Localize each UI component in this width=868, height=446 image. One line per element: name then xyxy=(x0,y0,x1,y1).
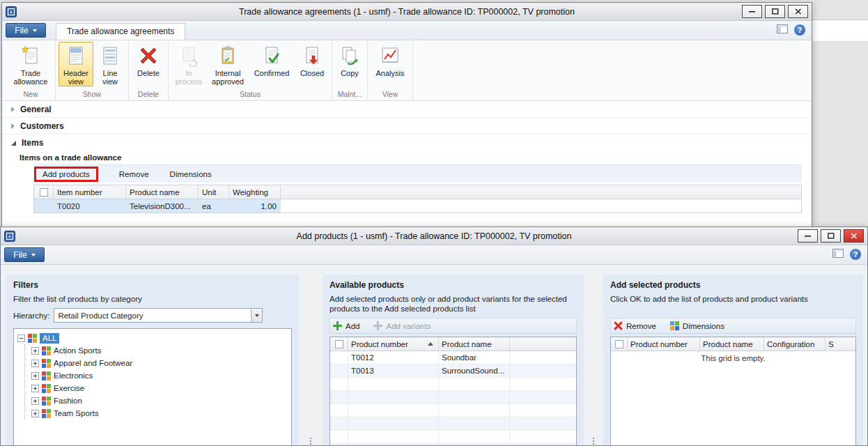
section-items[interactable]: Items xyxy=(2,134,812,151)
column-product-name[interactable]: Product name xyxy=(700,337,764,351)
column-product-number[interactable]: Product number xyxy=(348,337,439,351)
analysis-icon xyxy=(379,45,401,67)
category-tree: ALL Action Sports Apparel and Footwear xyxy=(13,328,292,446)
expand-expander-icon[interactable] xyxy=(31,397,39,405)
main-titlebar[interactable]: Trade allowance agreements (1 - usmf) - … xyxy=(2,3,812,21)
app-icon xyxy=(6,6,17,17)
layout-icon[interactable] xyxy=(832,249,844,260)
group-label-view: View xyxy=(371,89,410,100)
expand-expander-icon[interactable] xyxy=(31,385,39,392)
dropdown-button[interactable] xyxy=(251,309,262,322)
add-products-button[interactable]: Add products xyxy=(34,167,98,182)
selected-grid-header: Product number Product name Configuratio… xyxy=(611,337,855,351)
line-view-button[interactable]: Line view xyxy=(95,42,125,86)
tree-node-exercise[interactable]: Exercise xyxy=(31,382,291,394)
expand-expander-icon[interactable] xyxy=(31,372,39,380)
group-label-new: New xyxy=(9,89,52,100)
empty-row[interactable] xyxy=(330,431,576,444)
dimensions-icon xyxy=(670,321,679,330)
trade-allowance-button[interactable]: Trade allowance xyxy=(9,42,52,86)
empty-row[interactable] xyxy=(330,404,576,417)
dialog-titlebar[interactable]: Add products (1 - usmf) - Trade allowanc… xyxy=(1,227,867,245)
close-button[interactable] xyxy=(844,229,864,243)
empty-row[interactable] xyxy=(330,391,576,404)
help-icon[interactable]: ? xyxy=(794,24,805,36)
splitter-grip-icon xyxy=(593,436,594,446)
splitter-grip-icon xyxy=(310,436,311,446)
tree-node-electronics[interactable]: Electronics xyxy=(31,369,291,382)
column-unit[interactable]: Unit xyxy=(199,185,229,199)
dimensions-button[interactable]: Dimensions xyxy=(670,321,724,330)
dimensions-button[interactable]: Dimensions xyxy=(170,170,212,178)
add-variants-button: Add variants xyxy=(373,321,431,330)
collapse-expander-icon[interactable] xyxy=(17,334,25,342)
section-general[interactable]: General xyxy=(2,101,812,118)
delete-button[interactable]: Delete xyxy=(132,42,165,86)
available-grid-header: Product number Product name xyxy=(330,337,576,351)
file-menu-button[interactable]: File xyxy=(4,247,45,262)
minimize-button[interactable] xyxy=(742,5,762,18)
minimize-button[interactable] xyxy=(798,229,818,243)
column-size[interactable]: S xyxy=(826,337,855,351)
plus-icon xyxy=(333,321,342,330)
tab-trade-allowance-agreements[interactable]: Trade allowance agreements xyxy=(56,23,185,40)
tree-node-fashion[interactable]: Fashion xyxy=(31,394,291,407)
hierarchy-select[interactable]: Retail Product Category xyxy=(54,308,263,323)
selected-heading: Add selected products xyxy=(610,280,856,290)
column-product-number[interactable]: Product number xyxy=(628,337,700,351)
remove-button[interactable]: Remove xyxy=(614,321,656,330)
maximize-button[interactable] xyxy=(821,229,841,243)
group-label-show: Show xyxy=(59,89,125,100)
select-all-checkbox[interactable] xyxy=(330,337,348,351)
column-product-name[interactable]: Product name xyxy=(126,185,199,199)
column-configuration[interactable]: Configuration xyxy=(764,337,826,351)
internal-approved-button[interactable]: Internal approved xyxy=(208,42,248,86)
ribbon: Trade allowance New Header view Line vie… xyxy=(2,40,812,101)
tree-node-action-sports[interactable]: Action Sports xyxy=(31,344,291,357)
available-toolbar: Add Add variants xyxy=(330,318,577,334)
copy-button[interactable]: Copy xyxy=(335,42,364,86)
layout-icon[interactable] xyxy=(777,24,788,36)
expand-expander-icon[interactable] xyxy=(31,410,39,417)
expand-expander-icon[interactable] xyxy=(31,347,39,355)
select-all-checkbox[interactable] xyxy=(34,185,54,199)
section-customers[interactable]: Customers xyxy=(2,118,812,134)
table-row[interactable]: T0013 SurroundSound... xyxy=(330,364,576,378)
column-item-number[interactable]: Item number xyxy=(54,185,126,199)
tree-node-all[interactable]: ALL xyxy=(17,332,291,344)
panel-splitter[interactable] xyxy=(299,275,323,445)
panel-splitter[interactable] xyxy=(584,275,603,445)
add-selected-products-panel: Add selected products Click OK to add th… xyxy=(603,275,863,446)
category-icon xyxy=(42,409,51,418)
category-icon xyxy=(42,397,51,406)
confirmed-button[interactable]: Confirmed xyxy=(249,42,294,86)
file-menu-button[interactable]: File xyxy=(6,23,46,38)
available-heading: Available products xyxy=(330,280,577,290)
selected-toolbar: Remove Dimensions xyxy=(610,318,856,334)
close-button[interactable] xyxy=(788,5,808,18)
ribbon-group-new: Trade allowance New xyxy=(6,41,56,100)
table-row[interactable]: T0012 Soundbar xyxy=(330,351,576,364)
tree-node-apparel-and-footwear[interactable]: Apparel and Footwear xyxy=(31,357,291,369)
category-icon xyxy=(28,334,37,343)
checkbox-icon xyxy=(40,188,48,197)
add-button[interactable]: Add xyxy=(333,321,359,330)
empty-row[interactable] xyxy=(330,378,576,391)
header-view-button[interactable]: Header view xyxy=(59,42,93,86)
empty-row[interactable] xyxy=(330,417,576,431)
table-row[interactable]: T0020 TelevisionD300... ea 1.00 xyxy=(34,199,801,213)
remove-button[interactable]: Remove xyxy=(119,170,149,178)
expanded-triangle-icon xyxy=(11,141,16,146)
column-product-name[interactable]: Product name xyxy=(439,337,510,351)
closed-button[interactable]: Closed xyxy=(295,42,329,86)
selected-grid: Product number Product name Configuratio… xyxy=(610,337,856,446)
analysis-button[interactable]: Analysis xyxy=(371,42,410,86)
select-all-checkbox[interactable] xyxy=(611,337,628,351)
in-process-button: In process xyxy=(171,42,206,86)
expand-expander-icon[interactable] xyxy=(31,360,39,367)
maximize-button[interactable] xyxy=(765,5,785,18)
hierarchy-selected-value: Retail Product Category xyxy=(54,312,251,320)
column-weighting[interactable]: Weighting xyxy=(229,185,281,199)
tree-node-team-sports[interactable]: Team Sports xyxy=(31,407,291,420)
help-icon[interactable]: ? xyxy=(850,249,861,260)
